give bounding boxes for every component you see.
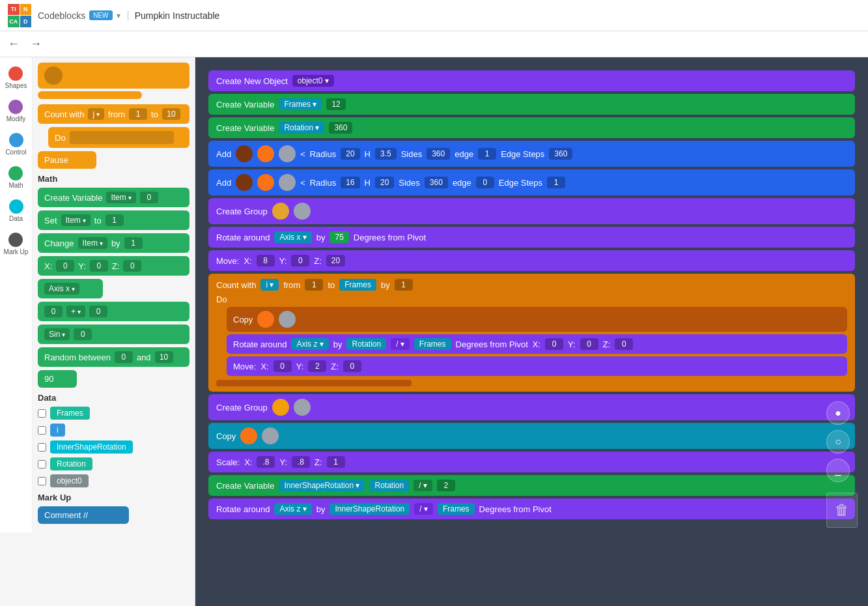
divider: | xyxy=(127,10,130,22)
create-variable-rotation-block[interactable]: Create Variable Rotation ▾ 360 xyxy=(208,117,855,138)
sidebar-item-math[interactable]: Math xyxy=(6,164,25,192)
count-with-container: Count with i ▾ from 1 to Frames by 1 Do … xyxy=(208,274,855,392)
sin-block[interactable]: Sin 0 xyxy=(38,325,189,344)
create-group-block-1[interactable]: Create Group xyxy=(208,198,855,224)
sidebar-icons: Shapes Modify Control Math Data xyxy=(0,57,33,532)
scale-block[interactable]: Scale: X: .8 Y: .8 Z: 1 xyxy=(208,452,855,472)
rotation-checkbox[interactable] xyxy=(38,460,46,469)
sidebar-item-control[interactable]: Control xyxy=(3,130,29,158)
do-block[interactable]: Do xyxy=(48,127,189,148)
undo-button[interactable]: ← xyxy=(8,37,20,51)
dropdown-arrow[interactable]: ▾ xyxy=(117,11,120,20)
create-variable-frames-block[interactable]: Create Variable Frames ▾ 12 xyxy=(208,94,855,115)
data-section-title: Data xyxy=(38,393,189,403)
new-badge: NEW xyxy=(89,10,112,20)
add-block-1[interactable]: Add < Radius 20 H 3.5 Sides 360 edge 1 E… xyxy=(208,141,855,167)
data-item-innershaperotation: InnerShapeRotation xyxy=(38,440,189,454)
copy-block-teal[interactable]: Copy xyxy=(208,423,855,449)
rotate-around-block-1[interactable]: Rotate around Axis x ▾ by 75 Degrees fro… xyxy=(208,227,855,248)
header: TI N CA D Codeblocks NEW ▾ | Pumpkin Ins… xyxy=(0,0,868,31)
data-item-i: i xyxy=(38,424,189,437)
canvas-blocks: Create New Object object0 ▾ Create Varia… xyxy=(208,70,855,519)
add-block-2[interactable]: Add < Radius 16 H 20 Sides 360 edge 0 Ed… xyxy=(208,169,855,195)
move-block-inner[interactable]: Move: X: 0 Y: 2 Z: 0 xyxy=(227,356,847,376)
create-group-block-2[interactable]: Create Group xyxy=(208,394,855,420)
delete-button[interactable]: 🗑 xyxy=(826,493,858,528)
copy-block-inner[interactable]: Copy xyxy=(227,307,847,332)
project-title: Pumpkin Instructable xyxy=(135,10,220,21)
sidebar-item-modify[interactable]: Modify xyxy=(4,97,28,125)
math-section-title: Math xyxy=(38,174,189,184)
sidebar-item-shapes[interactable]: Shapes xyxy=(3,64,30,92)
rotate-around-block-final[interactable]: Rotate around Axis z ▾ by InnerShapeRota… xyxy=(208,498,855,519)
partial-block-1[interactable] xyxy=(38,63,189,89)
zoom-reset-button[interactable]: ⎯ xyxy=(826,459,850,482)
move-block-1[interactable]: Move: X: 8 Y: 0 Z: 20 xyxy=(208,250,855,271)
zoom-controls: ● ○ ⎯ 🗑 xyxy=(826,401,858,528)
create-variable-innershaperotation-block[interactable]: Create Variable InnerShapeRotation ▾ Rot… xyxy=(208,475,855,496)
sidebar: Shapes Modify Control Math Data xyxy=(0,57,195,606)
count-with-block[interactable]: Count with j from 1 to 10 xyxy=(38,104,189,124)
zoom-out-button[interactable]: ○ xyxy=(826,430,850,454)
count-with-header[interactable]: Count with i ▾ from 1 to Frames by 1 xyxy=(216,279,847,291)
sidebar-content: Count with j from 1 to 10 Do Pause M xyxy=(33,57,195,532)
pause-block[interactable]: Pause xyxy=(38,151,96,169)
innershaperotation-checkbox[interactable] xyxy=(38,443,46,452)
count-bottom-bar xyxy=(216,380,412,386)
sidebar-item-markup[interactable]: Mark Up xyxy=(1,230,31,258)
logo: TI N CA D xyxy=(8,4,31,27)
frames-checkbox[interactable] xyxy=(38,409,46,418)
toolbar: ← → xyxy=(0,31,868,57)
data-item-rotation: Rotation xyxy=(38,457,189,470)
markup-section-title: Mark Up xyxy=(38,493,189,502)
set-item-block[interactable]: Set Item to 1 xyxy=(38,210,189,230)
xyz-block[interactable]: X: 0 Y: 0 Z: 0 xyxy=(38,256,189,276)
create-variable-item-block[interactable]: Create Variable Item 0 xyxy=(38,188,189,207)
axis-block[interactable]: Axis x xyxy=(38,279,103,298)
data-item-object0: object0 xyxy=(38,474,189,487)
app-title: Codeblocks xyxy=(38,10,85,21)
change-item-block[interactable]: Change Item by 1 xyxy=(38,233,189,253)
do-label: Do xyxy=(216,295,847,304)
object0-checkbox[interactable] xyxy=(38,477,46,485)
main-layout: Shapes Modify Control Math Data xyxy=(0,57,868,606)
zoom-in-button[interactable]: ● xyxy=(826,401,850,425)
canvas-area[interactable]: Create New Object object0 ▾ Create Varia… xyxy=(195,57,868,606)
i-checkbox[interactable] xyxy=(38,426,46,435)
data-item-frames: Frames xyxy=(38,407,189,420)
create-new-object-block[interactable]: Create New Object object0 ▾ xyxy=(208,70,855,91)
number-block[interactable]: 90 xyxy=(38,370,77,388)
partial-block-2[interactable] xyxy=(38,91,142,99)
sidebar-item-data[interactable]: Data xyxy=(7,197,26,225)
math-op-block[interactable]: 0 + 0 xyxy=(38,302,189,321)
rotate-around-block-inner[interactable]: Rotate around Axis z ▾ by Rotation / ▾ F… xyxy=(227,334,847,354)
random-block[interactable]: Random between 0 and 10 xyxy=(38,347,189,367)
comment-block[interactable]: Comment // xyxy=(38,506,129,524)
redo-button[interactable]: → xyxy=(30,37,42,51)
